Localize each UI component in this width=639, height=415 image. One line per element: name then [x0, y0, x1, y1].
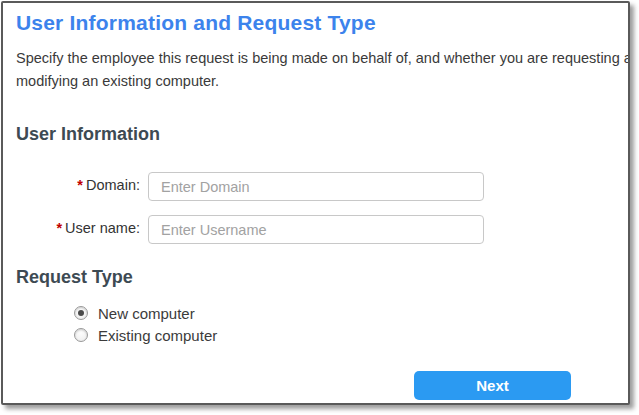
radio-button-icon[interactable]: [74, 328, 88, 342]
form-panel: User Information and Request Type Specif…: [1, 1, 630, 405]
domain-label: *Domain:: [3, 177, 140, 193]
description-line-1: Specify the employee this request is bei…: [16, 47, 630, 70]
description-line-2: modifying an existing computer.: [16, 70, 630, 93]
radio-option-existing-computer[interactable]: Existing computer: [74, 326, 217, 344]
required-asterisk: *: [77, 177, 83, 193]
form-row-domain: *Domain:: [3, 172, 628, 201]
domain-input[interactable]: [148, 172, 484, 201]
page-title: User Information and Request Type: [16, 11, 376, 35]
domain-label-text: Domain:: [86, 177, 140, 193]
required-asterisk: *: [56, 220, 62, 236]
next-button[interactable]: Next: [414, 371, 571, 400]
form-row-username: *User name:: [3, 215, 628, 244]
radio-button-icon[interactable]: [74, 306, 88, 320]
section-heading-request-type: Request Type: [16, 267, 133, 288]
username-label-text: User name:: [65, 220, 140, 236]
radio-label-existing-computer[interactable]: Existing computer: [98, 327, 217, 344]
section-heading-user-information: User Information: [16, 124, 160, 145]
page-description: Specify the employee this request is bei…: [16, 47, 630, 93]
radio-option-new-computer[interactable]: New computer: [74, 304, 195, 322]
username-label: *User name:: [3, 220, 140, 236]
username-input[interactable]: [148, 215, 484, 244]
radio-label-new-computer[interactable]: New computer: [98, 305, 195, 322]
